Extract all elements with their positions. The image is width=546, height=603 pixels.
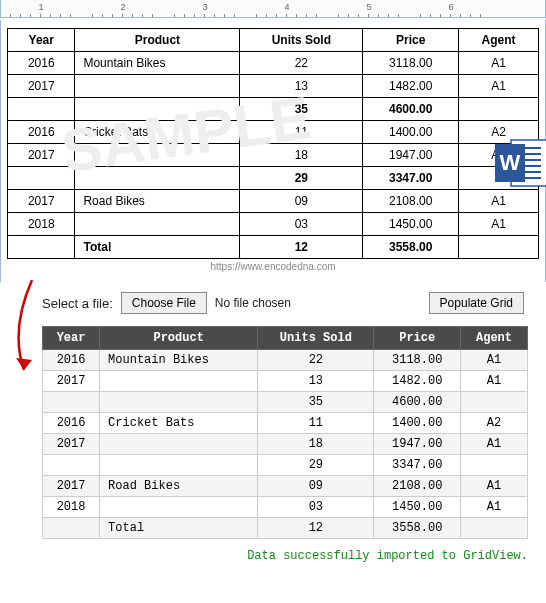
table-header: Year: [8, 29, 75, 52]
table-cell: 2017: [8, 190, 75, 213]
populate-grid-button[interactable]: Populate Grid: [429, 292, 524, 314]
grid-cell: [43, 392, 100, 413]
table-cell: 2016: [8, 52, 75, 75]
choose-file-button[interactable]: Choose File: [121, 292, 207, 314]
table-row: 2017131482.00A1: [8, 75, 539, 98]
table-row: 2017181947.00A1: [8, 144, 539, 167]
grid-cell: [100, 434, 258, 455]
grid-cell: 03: [258, 497, 374, 518]
table-cell: 2017: [8, 144, 75, 167]
table-cell: Road Bikes: [75, 190, 240, 213]
gridview-panel: YearProductUnits SoldPriceAgent 2016Moun…: [0, 322, 546, 543]
ruler: 123456: [0, 0, 546, 18]
word-app-icon: W: [495, 138, 546, 188]
table-cell: 1450.00: [363, 213, 459, 236]
table-cell: 3347.00: [363, 167, 459, 190]
grid-cell: 18: [258, 434, 374, 455]
grid-cell: 2016: [43, 350, 100, 371]
grid-cell: 2017: [43, 476, 100, 497]
grid-cell: Cricket Bats: [100, 413, 258, 434]
table-cell: [459, 98, 539, 121]
grid-cell: 22: [258, 350, 374, 371]
table-cell: 29: [240, 167, 363, 190]
grid-row: 2016Cricket Bats111400.00A2: [43, 413, 528, 434]
grid-cell: [100, 392, 258, 413]
file-status-text: No file chosen: [215, 296, 291, 310]
table-cell: 1947.00: [363, 144, 459, 167]
grid-cell: [100, 455, 258, 476]
grid-cell: 35: [258, 392, 374, 413]
word-doc-panel: SAMPLE W YearProductUnits SoldPriceAgent…: [0, 20, 546, 282]
table-cell: A1: [459, 52, 539, 75]
grid-cell: A1: [461, 371, 528, 392]
table-header: Agent: [459, 29, 539, 52]
table-cell: 35: [240, 98, 363, 121]
ruler-mark: 4: [284, 2, 290, 12]
grid-cell: [100, 497, 258, 518]
grid-header: Units Sold: [258, 327, 374, 350]
table-cell: 09: [240, 190, 363, 213]
table-row: Total123558.00: [8, 236, 539, 259]
table-cell: 2016: [8, 121, 75, 144]
grid-cell: [43, 455, 100, 476]
grid-row: 2017181947.00A1: [43, 434, 528, 455]
grid-row: Total123558.00: [43, 518, 528, 539]
grid-cell: 29: [258, 455, 374, 476]
grid-cell: 3118.00: [374, 350, 461, 371]
grid-cell: 4600.00: [374, 392, 461, 413]
grid-cell: Total: [100, 518, 258, 539]
grid-cell: 12: [258, 518, 374, 539]
grid-cell: A1: [461, 476, 528, 497]
table-cell: [75, 98, 240, 121]
svg-marker-9: [16, 358, 32, 370]
grid-cell: 11: [258, 413, 374, 434]
grid-cell: 1482.00: [374, 371, 461, 392]
grid-cell: 2018: [43, 497, 100, 518]
grid-row: 293347.00: [43, 455, 528, 476]
grid-cell: A2: [461, 413, 528, 434]
grid-cell: 3347.00: [374, 455, 461, 476]
word-table: YearProductUnits SoldPriceAgent 2016Moun…: [7, 28, 539, 259]
grid-cell: A1: [461, 497, 528, 518]
table-cell: Mountain Bikes: [75, 52, 240, 75]
grid-row: 2016Mountain Bikes223118.00A1: [43, 350, 528, 371]
grid-cell: A1: [461, 350, 528, 371]
table-cell: [8, 236, 75, 259]
gridview-table: YearProductUnits SoldPriceAgent 2016Moun…: [42, 326, 528, 539]
grid-cell: [43, 518, 100, 539]
grid-row: 354600.00: [43, 392, 528, 413]
table-cell: 22: [240, 52, 363, 75]
grid-header: Product: [100, 327, 258, 350]
select-file-label: Select a file:: [42, 296, 113, 311]
table-cell: 1400.00: [363, 121, 459, 144]
table-row: 293347.00: [8, 167, 539, 190]
table-cell: 13: [240, 75, 363, 98]
grid-cell: Road Bikes: [100, 476, 258, 497]
grid-cell: [461, 392, 528, 413]
table-cell: [75, 213, 240, 236]
table-cell: 2017: [8, 75, 75, 98]
grid-cell: 3558.00: [374, 518, 461, 539]
controls-row: Select a file: Choose File No file chose…: [0, 282, 546, 322]
table-row: 2017Road Bikes092108.00A1: [8, 190, 539, 213]
table-cell: 12: [240, 236, 363, 259]
grid-cell: 2017: [43, 434, 100, 455]
table-header: Product: [75, 29, 240, 52]
table-row: 2016Cricket Bats111400.00A2: [8, 121, 539, 144]
ruler-mark: 1: [38, 2, 44, 12]
ruler-mark: 3: [202, 2, 208, 12]
grid-cell: Mountain Bikes: [100, 350, 258, 371]
table-row: 2018031450.00A1: [8, 213, 539, 236]
grid-cell: 1947.00: [374, 434, 461, 455]
grid-cell: 13: [258, 371, 374, 392]
grid-cell: [100, 371, 258, 392]
ruler-mark: 2: [120, 2, 126, 12]
grid-header: Price: [374, 327, 461, 350]
table-row: 354600.00: [8, 98, 539, 121]
table-cell: 18: [240, 144, 363, 167]
table-cell: [75, 144, 240, 167]
grid-cell: 2016: [43, 413, 100, 434]
table-header: Units Sold: [240, 29, 363, 52]
svg-text:W: W: [500, 150, 521, 175]
grid-row: 2018031450.00A1: [43, 497, 528, 518]
